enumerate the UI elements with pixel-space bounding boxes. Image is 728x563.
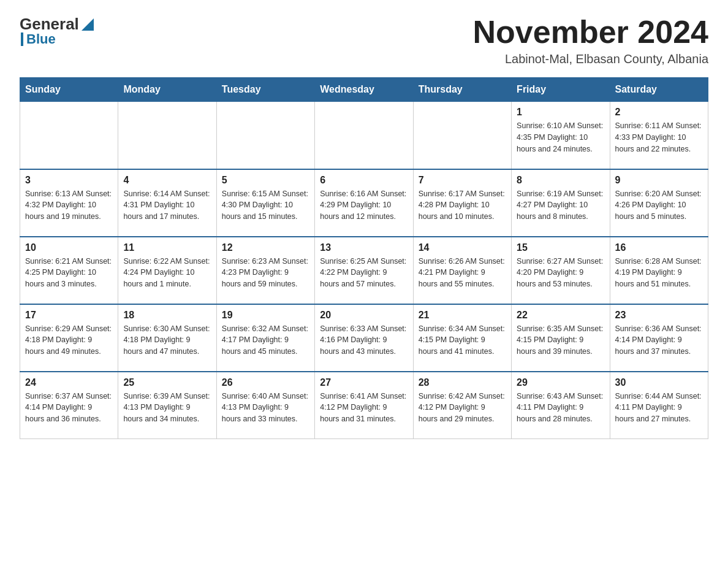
calendar-cell: 27Sunrise: 6:41 AM Sunset: 4:12 PM Dayli… bbox=[315, 372, 413, 439]
calendar-week-row: 24Sunrise: 6:37 AM Sunset: 4:14 PM Dayli… bbox=[20, 372, 708, 439]
day-number: 20 bbox=[320, 310, 408, 321]
calendar-cell: 26Sunrise: 6:40 AM Sunset: 4:13 PM Dayli… bbox=[216, 372, 314, 439]
day-info: Sunrise: 6:29 AM Sunset: 4:18 PM Dayligh… bbox=[25, 323, 113, 358]
calendar-cell: 17Sunrise: 6:29 AM Sunset: 4:18 PM Dayli… bbox=[20, 304, 118, 372]
day-number: 13 bbox=[320, 242, 408, 253]
calendar-cell: 7Sunrise: 6:17 AM Sunset: 4:28 PM Daylig… bbox=[413, 169, 511, 237]
calendar-cell: 18Sunrise: 6:30 AM Sunset: 4:18 PM Dayli… bbox=[118, 304, 216, 372]
day-number: 1 bbox=[517, 107, 604, 118]
day-number: 27 bbox=[320, 377, 408, 388]
day-number: 23 bbox=[615, 310, 703, 321]
day-info: Sunrise: 6:26 AM Sunset: 4:21 PM Dayligh… bbox=[419, 256, 506, 290]
calendar-cell: 28Sunrise: 6:42 AM Sunset: 4:12 PM Dayli… bbox=[413, 372, 511, 439]
day-number: 25 bbox=[123, 377, 211, 388]
logo-triangle-icon bbox=[79, 16, 96, 33]
weekday-header-monday: Monday bbox=[118, 78, 216, 102]
calendar-cell: 8Sunrise: 6:19 AM Sunset: 4:27 PM Daylig… bbox=[512, 169, 610, 237]
day-info: Sunrise: 6:27 AM Sunset: 4:20 PM Dayligh… bbox=[517, 256, 604, 290]
day-number: 15 bbox=[517, 242, 604, 253]
day-info: Sunrise: 6:20 AM Sunset: 4:26 PM Dayligh… bbox=[615, 188, 703, 223]
calendar-cell: 16Sunrise: 6:28 AM Sunset: 4:19 PM Dayli… bbox=[610, 237, 708, 304]
day-info: Sunrise: 6:16 AM Sunset: 4:29 PM Dayligh… bbox=[320, 188, 408, 223]
calendar-cell bbox=[315, 102, 413, 169]
calendar-cell: 24Sunrise: 6:37 AM Sunset: 4:14 PM Dayli… bbox=[20, 372, 118, 439]
day-info: Sunrise: 6:32 AM Sunset: 4:17 PM Dayligh… bbox=[222, 323, 309, 358]
day-number: 10 bbox=[25, 242, 113, 253]
calendar-cell: 19Sunrise: 6:32 AM Sunset: 4:17 PM Dayli… bbox=[216, 304, 314, 372]
day-number: 17 bbox=[25, 310, 113, 321]
day-number: 3 bbox=[25, 175, 113, 186]
day-info: Sunrise: 6:36 AM Sunset: 4:14 PM Dayligh… bbox=[615, 323, 703, 358]
weekday-header-thursday: Thursday bbox=[413, 78, 511, 102]
day-number: 30 bbox=[615, 377, 703, 388]
day-info: Sunrise: 6:11 AM Sunset: 4:33 PM Dayligh… bbox=[615, 120, 703, 155]
calendar-cell: 21Sunrise: 6:34 AM Sunset: 4:15 PM Dayli… bbox=[413, 304, 511, 372]
day-number: 11 bbox=[123, 242, 211, 253]
day-info: Sunrise: 6:44 AM Sunset: 4:11 PM Dayligh… bbox=[615, 391, 703, 425]
day-number: 4 bbox=[123, 175, 211, 186]
calendar-cell: 4Sunrise: 6:14 AM Sunset: 4:31 PM Daylig… bbox=[118, 169, 216, 237]
calendar-cell: 3Sunrise: 6:13 AM Sunset: 4:32 PM Daylig… bbox=[20, 169, 118, 237]
month-title: November 2024 bbox=[473, 15, 708, 50]
calendar-week-row: 10Sunrise: 6:21 AM Sunset: 4:25 PM Dayli… bbox=[20, 237, 708, 304]
day-info: Sunrise: 6:34 AM Sunset: 4:15 PM Dayligh… bbox=[419, 323, 506, 358]
calendar-cell: 13Sunrise: 6:25 AM Sunset: 4:22 PM Dayli… bbox=[315, 237, 413, 304]
day-info: Sunrise: 6:42 AM Sunset: 4:12 PM Dayligh… bbox=[419, 391, 506, 425]
day-info: Sunrise: 6:23 AM Sunset: 4:23 PM Dayligh… bbox=[222, 256, 309, 290]
day-info: Sunrise: 6:37 AM Sunset: 4:14 PM Dayligh… bbox=[25, 391, 113, 425]
calendar-cell: 29Sunrise: 6:43 AM Sunset: 4:11 PM Dayli… bbox=[512, 372, 610, 439]
calendar-cell: 2Sunrise: 6:11 AM Sunset: 4:33 PM Daylig… bbox=[610, 102, 708, 169]
logo-blue-text: Blue bbox=[26, 31, 56, 47]
calendar-week-row: 3Sunrise: 6:13 AM Sunset: 4:32 PM Daylig… bbox=[20, 169, 708, 237]
title-section: November 2024 Labinot-Mal, Elbasan Count… bbox=[473, 15, 708, 66]
day-number: 7 bbox=[419, 175, 506, 186]
day-number: 2 bbox=[615, 107, 703, 118]
logo-bar bbox=[21, 33, 23, 46]
day-number: 12 bbox=[222, 242, 309, 253]
calendar-cell: 23Sunrise: 6:36 AM Sunset: 4:14 PM Dayli… bbox=[610, 304, 708, 372]
day-number: 16 bbox=[615, 242, 703, 253]
day-info: Sunrise: 6:19 AM Sunset: 4:27 PM Dayligh… bbox=[517, 188, 604, 223]
calendar-week-row: 17Sunrise: 6:29 AM Sunset: 4:18 PM Dayli… bbox=[20, 304, 708, 372]
day-info: Sunrise: 6:15 AM Sunset: 4:30 PM Dayligh… bbox=[222, 188, 309, 223]
day-number: 14 bbox=[419, 242, 506, 253]
calendar-cell: 9Sunrise: 6:20 AM Sunset: 4:26 PM Daylig… bbox=[610, 169, 708, 237]
weekday-header-friday: Friday bbox=[512, 78, 610, 102]
calendar-cell bbox=[413, 102, 511, 169]
day-number: 5 bbox=[222, 175, 309, 186]
calendar-cell bbox=[20, 102, 118, 169]
calendar-cell bbox=[216, 102, 314, 169]
weekday-header-saturday: Saturday bbox=[610, 78, 708, 102]
day-number: 8 bbox=[517, 175, 604, 186]
day-info: Sunrise: 6:25 AM Sunset: 4:22 PM Dayligh… bbox=[320, 256, 408, 290]
day-info: Sunrise: 6:40 AM Sunset: 4:13 PM Dayligh… bbox=[222, 391, 309, 425]
day-number: 18 bbox=[123, 310, 211, 321]
day-number: 19 bbox=[222, 310, 309, 321]
calendar-cell: 6Sunrise: 6:16 AM Sunset: 4:29 PM Daylig… bbox=[315, 169, 413, 237]
calendar-cell: 1Sunrise: 6:10 AM Sunset: 4:35 PM Daylig… bbox=[512, 102, 610, 169]
day-info: Sunrise: 6:10 AM Sunset: 4:35 PM Dayligh… bbox=[517, 120, 604, 155]
day-number: 24 bbox=[25, 377, 113, 388]
day-info: Sunrise: 6:43 AM Sunset: 4:11 PM Dayligh… bbox=[517, 391, 604, 425]
day-info: Sunrise: 6:14 AM Sunset: 4:31 PM Dayligh… bbox=[123, 188, 211, 223]
day-number: 28 bbox=[419, 377, 506, 388]
calendar-cell: 11Sunrise: 6:22 AM Sunset: 4:24 PM Dayli… bbox=[118, 237, 216, 304]
day-number: 29 bbox=[517, 377, 604, 388]
logo: General Blue bbox=[20, 15, 96, 47]
day-info: Sunrise: 6:28 AM Sunset: 4:19 PM Dayligh… bbox=[615, 256, 703, 290]
day-number: 6 bbox=[320, 175, 408, 186]
svg-marker-0 bbox=[82, 18, 94, 31]
weekday-header-sunday: Sunday bbox=[20, 78, 118, 102]
day-info: Sunrise: 6:13 AM Sunset: 4:32 PM Dayligh… bbox=[25, 188, 113, 223]
day-info: Sunrise: 6:35 AM Sunset: 4:15 PM Dayligh… bbox=[517, 323, 604, 358]
calendar-cell: 30Sunrise: 6:44 AM Sunset: 4:11 PM Dayli… bbox=[610, 372, 708, 439]
calendar-cell: 14Sunrise: 6:26 AM Sunset: 4:21 PM Dayli… bbox=[413, 237, 511, 304]
calendar-week-row: 1Sunrise: 6:10 AM Sunset: 4:35 PM Daylig… bbox=[20, 102, 708, 169]
day-info: Sunrise: 6:17 AM Sunset: 4:28 PM Dayligh… bbox=[419, 188, 506, 223]
weekday-header-tuesday: Tuesday bbox=[216, 78, 314, 102]
day-info: Sunrise: 6:33 AM Sunset: 4:16 PM Dayligh… bbox=[320, 323, 408, 358]
day-number: 9 bbox=[615, 175, 703, 186]
day-info: Sunrise: 6:41 AM Sunset: 4:12 PM Dayligh… bbox=[320, 391, 408, 425]
day-number: 22 bbox=[517, 310, 604, 321]
day-number: 26 bbox=[222, 377, 309, 388]
